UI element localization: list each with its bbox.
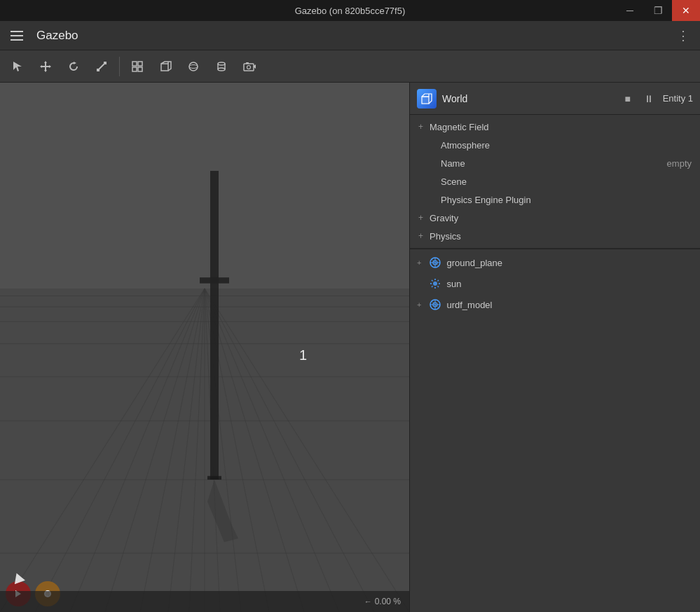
svg-point-16	[189, 62, 198, 71]
prop-name: Physics Engine Plugin	[441, 195, 692, 205]
svg-rect-25	[246, 62, 249, 64]
grid-button[interactable]	[124, 54, 151, 79]
more-options-button[interactable]: ⋮	[672, 25, 694, 47]
prop-value: empty	[667, 158, 692, 169]
svg-rect-12	[132, 67, 137, 71]
entity-list: + ground_plane +	[410, 249, 700, 612]
svg-rect-59	[422, 97, 429, 104]
hamburger-line1	[11, 31, 23, 32]
titlebar: Gazebo (on 820b5cce77f5) ─ ❐ ✕	[0, 0, 700, 21]
svg-rect-14	[161, 64, 168, 71]
viewport-number: 1	[299, 347, 307, 363]
model-icon	[428, 298, 442, 312]
svg-marker-2	[44, 61, 47, 63]
select-tool-button[interactable]	[4, 54, 31, 79]
prop-name: Magnetic Field	[430, 122, 692, 132]
rotate-tool-button[interactable]	[60, 54, 87, 79]
entity-item-urdf-model[interactable]: + urdf_model	[410, 294, 700, 315]
expand-icon: +	[418, 122, 425, 132]
svg-point-24	[247, 65, 251, 69]
svg-rect-13	[138, 67, 142, 71]
svg-marker-5	[49, 65, 51, 68]
zoom-label: 0.00 %	[375, 597, 401, 606]
svg-point-18	[218, 62, 225, 65]
svg-rect-8	[104, 62, 107, 64]
entity-name: sun	[446, 279, 461, 289]
prop-name: Physics	[430, 231, 692, 242]
viewport-statusbar: ← 0.00 %	[0, 591, 409, 612]
scale-tool-button[interactable]	[88, 54, 115, 79]
hamburger-line3	[11, 39, 23, 41]
toolbar-separator-1	[119, 57, 120, 76]
entity-item-sun[interactable]: + sun	[410, 273, 700, 294]
svg-marker-3	[44, 70, 47, 72]
entity-header: World ■ ⏸ Entity 1	[410, 83, 700, 115]
expand-icon: +	[418, 213, 425, 223]
scene-view	[0, 83, 409, 612]
prop-physics-engine[interactable]: Physics Engine Plugin	[410, 190, 700, 209]
svg-point-67	[433, 281, 437, 286]
hamburger-menu[interactable]	[6, 25, 28, 47]
prop-atmosphere[interactable]: Atmosphere	[410, 136, 700, 154]
svg-rect-9	[97, 69, 99, 71]
prop-physics[interactable]: + Physics	[410, 227, 700, 245]
model-icon	[428, 256, 442, 270]
window-controls: ─ ❐ ✕	[616, 0, 700, 21]
light-icon	[428, 277, 442, 291]
prop-name: Atmosphere	[441, 140, 692, 151]
entity-name: ground_plane	[446, 258, 502, 268]
box-button[interactable]	[152, 54, 179, 79]
svg-rect-22	[244, 64, 254, 71]
svg-rect-51	[210, 171, 219, 480]
close-button[interactable]: ✕	[672, 0, 700, 21]
right-panel: World ■ ⏸ Entity 1 + Magnetic Field Atmo…	[409, 83, 700, 612]
app-title: Gazebo	[36, 29, 672, 43]
world-cube-icon	[417, 89, 437, 109]
prop-gravity[interactable]: + Gravity	[410, 209, 700, 227]
camera-button[interactable]	[236, 54, 263, 79]
main-content: 1 ← 0.00 %	[0, 83, 700, 612]
svg-rect-11	[138, 62, 142, 66]
menubar: Gazebo ⋮	[0, 21, 700, 50]
prop-name: Gravity	[430, 213, 692, 223]
expand-icon: +	[417, 300, 421, 309]
window-title: Gazebo (on 820b5cce77f5)	[295, 6, 406, 16]
svg-line-74	[438, 280, 439, 281]
3d-viewport[interactable]: 1 ← 0.00 %	[0, 83, 409, 612]
svg-line-75	[432, 286, 433, 288]
expand-icon: +	[418, 231, 425, 241]
svg-line-72	[432, 280, 433, 281]
svg-marker-4	[40, 65, 42, 68]
prop-scene[interactable]: Scene	[410, 172, 700, 190]
entity-label: Entity 1	[663, 93, 693, 104]
prop-name-row[interactable]: Name empty	[410, 154, 700, 172]
world-properties: + Magnetic Field Atmosphere Name empty S…	[410, 115, 700, 249]
prop-name: Name	[441, 158, 667, 169]
svg-rect-52	[200, 277, 229, 283]
stop-button[interactable]: ■	[619, 90, 636, 107]
translate-tool-button[interactable]	[32, 54, 59, 79]
header-controls: ■ ⏸	[619, 90, 657, 107]
arrow-icon: ←	[364, 597, 372, 606]
hamburger-line2	[11, 35, 23, 36]
world-label: World	[442, 93, 614, 104]
svg-marker-6	[74, 62, 76, 64]
svg-point-17	[189, 64, 198, 68]
pause-button[interactable]: ⏸	[640, 90, 657, 107]
expand-icon: +	[417, 258, 421, 267]
svg-point-19	[218, 68, 225, 71]
prop-magnetic-field[interactable]: + Magnetic Field	[410, 118, 700, 136]
restore-button[interactable]: ❐	[644, 0, 672, 21]
svg-rect-10	[132, 62, 137, 66]
svg-rect-53	[207, 476, 221, 480]
sphere-button[interactable]	[180, 54, 207, 79]
cylinder-button[interactable]	[208, 54, 235, 79]
prop-name: Scene	[441, 176, 692, 187]
toolbar	[0, 50, 700, 83]
minimize-button[interactable]: ─	[616, 0, 644, 21]
entity-name: urdf_model	[446, 300, 492, 310]
entity-item-ground-plane[interactable]: + ground_plane	[410, 252, 700, 273]
svg-line-73	[438, 286, 439, 288]
expand-icon: +	[417, 279, 421, 288]
